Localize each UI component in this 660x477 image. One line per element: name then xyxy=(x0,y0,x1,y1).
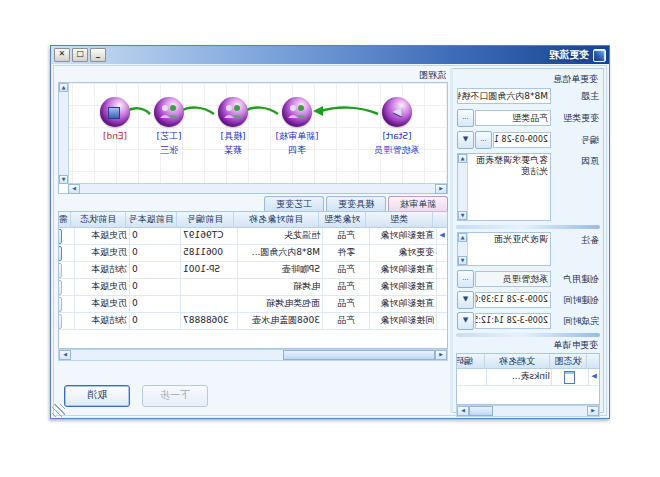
hscroll-thumb[interactable] xyxy=(283,350,435,360)
upgrade-checkbox[interactable]: ✓ xyxy=(58,229,63,244)
panel-splitter[interactable] xyxy=(450,68,453,413)
reason-label: 原因 xyxy=(551,153,599,168)
scroll-down-icon[interactable]: ▼ xyxy=(458,256,467,265)
change-flow-window: 变更流程 _ □ ✕ 变更单信息 主题 M8*8内六角圆口不锈钢 变更类型 产品… xyxy=(50,45,610,419)
minimize-icon[interactable]: _ xyxy=(90,48,106,62)
scroll-down-icon[interactable]: ▼ xyxy=(458,211,467,220)
subject-input[interactable]: M8*8内六角圆口不锈钢 xyxy=(457,88,551,104)
change-type-browse-button[interactable]: ... xyxy=(457,109,474,127)
request-table-row[interactable]: ▶ links表... 暂 xyxy=(457,369,599,386)
upgrade-checkbox[interactable] xyxy=(58,314,63,329)
create-time-input[interactable]: 2009-3-28 13:39:01 xyxy=(475,292,551,308)
scroll-left-icon[interactable]: ◀ xyxy=(435,184,447,194)
col-status-icon[interactable]: 状态图 xyxy=(549,354,586,368)
maximize-icon[interactable]: □ xyxy=(72,48,88,62)
row-selector-icon[interactable]: ▶ xyxy=(436,228,447,244)
tab-new-order-review[interactable]: 新单审核 xyxy=(388,196,448,212)
col-current-name[interactable]: 目前对象名称 xyxy=(233,212,318,227)
flow-diagram-panel: ▶ [Start] 系统管理员 [新单审核] 李四 xyxy=(58,82,448,194)
request-section-title: 变更申请单 xyxy=(553,339,598,352)
name-cell: M8*8内六角圆... xyxy=(237,245,322,261)
version-cell: 0 xyxy=(129,228,180,244)
create-time-field-row: 创建时间 2009-3-28 13:39:01 ▼ xyxy=(457,291,599,309)
table-row[interactable]: 直接影响对象 产品 面包类电烤箱 0 历史版本 xyxy=(59,296,447,313)
scroll-left-icon[interactable]: ◀ xyxy=(587,406,599,416)
code-cell: 0061185 xyxy=(180,245,237,261)
change-type-field-row: 变更类型 产品类型 ... xyxy=(457,109,599,127)
table-row[interactable]: 直接影响对象 产品 电烤箱 0 历史版本 xyxy=(59,279,447,296)
close-icon[interactable]: ✕ xyxy=(54,48,70,62)
col-doc-name[interactable]: 文档名称 xyxy=(484,354,549,368)
code-cell xyxy=(180,296,237,312)
scroll-up-icon[interactable]: ▲ xyxy=(59,83,68,92)
upgrade-checkbox[interactable] xyxy=(58,297,63,312)
task-node-icon xyxy=(218,97,248,127)
scroll-down-icon[interactable]: ▼ xyxy=(59,175,68,184)
table-row[interactable]: 变更对象 零件 M8*8内六角圆... 0061185 0 历史版本 ✓ M8*… xyxy=(59,245,447,262)
remark-textarea[interactable]: 调改为亚光面 ▲ ▼ xyxy=(457,232,551,266)
play-icon: ▶ xyxy=(382,104,412,118)
reason-scrollbar[interactable]: ▲ ▼ xyxy=(458,154,468,220)
col-code[interactable]: 编码 xyxy=(456,354,484,368)
row-selector-icon[interactable]: ▶ xyxy=(588,369,599,385)
table-row[interactable]: 间接影响对象 产品 3068圆盖电水壶 30688887 0 冻结版本 xyxy=(59,313,447,330)
col-current-version[interactable]: 目前版本号 xyxy=(125,212,176,227)
table-row[interactable]: 直接影响对象 产品 SP咖啡壶 SP-1001 0 冻结版本 SP-10 xyxy=(59,262,447,279)
table-hscrollbar[interactable]: ◀ ▶ xyxy=(58,349,448,361)
flow-node-end[interactable]: [End] xyxy=(73,97,157,141)
finish-time-dropdown-icon[interactable]: ▼ xyxy=(457,312,474,330)
section-separator xyxy=(456,225,600,229)
scroll-left-icon[interactable]: ◀ xyxy=(435,350,447,360)
hscroll-thumb[interactable] xyxy=(469,406,493,416)
flow-hscrollbar[interactable]: ◀ ▶ xyxy=(68,183,447,193)
people-icon xyxy=(223,104,243,119)
window-title: 变更流程 xyxy=(106,48,589,62)
reason-textarea[interactable]: 客户要求调整表面光洁度 ▲ ▼ xyxy=(457,153,551,221)
cancel-button[interactable]: 取消 xyxy=(64,385,130,407)
table-row[interactable]: ▶ 直接影响对象 产品 恒温龙头 CT96197 0 历史版本 ✓ xyxy=(59,228,447,245)
tab-mold-change[interactable]: 模具变更 xyxy=(326,196,386,212)
create-time-dropdown-icon[interactable]: ▼ xyxy=(457,291,474,309)
number-dropdown-icon[interactable]: ▼ xyxy=(457,131,474,149)
flow-canvas[interactable]: ▶ [Start] 系统管理员 [新单审核] 李四 xyxy=(68,83,447,184)
titlebar[interactable]: 变更流程 _ □ ✕ xyxy=(51,46,609,64)
finish-time-input[interactable]: 2009-3-28 14:12:50 xyxy=(475,313,551,329)
col-type[interactable]: 类型 xyxy=(365,212,432,227)
request-table-hscrollbar[interactable]: ◀ ▶ xyxy=(456,405,600,417)
resize-grip[interactable] xyxy=(52,404,65,417)
col-current-status[interactable]: 目前状态 xyxy=(70,212,125,227)
code-cell: CT96197 xyxy=(180,228,237,244)
create-user-input[interactable]: 系统管理员 xyxy=(475,271,551,287)
scroll-right-icon[interactable]: ▶ xyxy=(59,350,71,360)
code-cell xyxy=(180,279,237,295)
upgrade-checkbox[interactable] xyxy=(58,280,63,295)
upgrade-checkbox[interactable] xyxy=(58,263,63,278)
object-type-cell: 产品 xyxy=(322,279,369,295)
name-cell: 面包类电烤箱 xyxy=(237,296,322,312)
flow-node-start[interactable]: ▶ [Start] 系统管理员 xyxy=(355,97,439,155)
create-user-browse-button[interactable]: ... xyxy=(457,270,474,288)
next-button[interactable]: 下一步 xyxy=(142,385,208,407)
col-current-code[interactable]: 目前编号 xyxy=(176,212,233,227)
col-need-upgrade[interactable]: 需要升级 xyxy=(58,212,70,227)
scroll-up-icon[interactable]: ▲ xyxy=(458,154,467,163)
upgrade-checkbox[interactable]: ✓ xyxy=(58,246,63,261)
reason-field-row: 原因 客户要求调整表面光洁度 ▲ ▼ xyxy=(457,153,599,221)
change-type-input[interactable]: 产品类型 xyxy=(475,110,551,126)
type-cell: 直接影响对象 xyxy=(369,279,436,295)
scroll-up-icon[interactable]: ▲ xyxy=(458,233,467,242)
change-order-info-panel: 变更单信息 主题 M8*8内六角圆口不锈钢 变更类型 产品类型 ... 编号 2… xyxy=(452,68,604,413)
scroll-right-icon[interactable]: ▶ xyxy=(457,406,469,416)
scroll-right-icon[interactable]: ▶ xyxy=(68,184,80,194)
remark-scrollbar[interactable]: ▲ ▼ xyxy=(458,233,468,265)
number-browse-button[interactable]: ... xyxy=(475,131,492,149)
window-controls: _ □ ✕ xyxy=(54,48,106,62)
remark-label: 备注 xyxy=(551,232,599,247)
status-cell: 历史版本 xyxy=(74,296,129,312)
number-input[interactable]: 2009-03-28 13:39:01 xyxy=(493,132,551,148)
col-object-type[interactable]: 对象类型 xyxy=(318,212,365,227)
type-cell: 间接影响对象 xyxy=(369,313,436,329)
tab-process-change[interactable]: 工艺变更 xyxy=(264,196,324,212)
flow-vscrollbar[interactable]: ▲ ▼ xyxy=(59,83,69,184)
node-user: 张三 xyxy=(127,145,211,155)
